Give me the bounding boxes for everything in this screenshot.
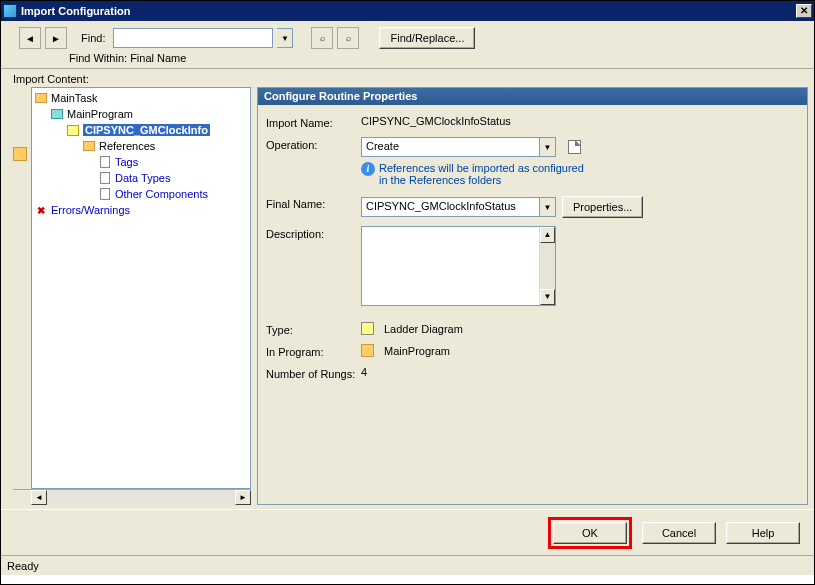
tree-node-maintask[interactable]: MainTask bbox=[34, 90, 248, 106]
tree-label-maintask: MainTask bbox=[51, 92, 97, 104]
left-icon-column bbox=[13, 87, 31, 489]
main-area: Import Content: MainTask MainProgram bbox=[1, 69, 814, 509]
info-message: i References will be imported as configu… bbox=[361, 162, 795, 186]
scroll-right-button[interactable]: ► bbox=[235, 490, 251, 505]
cancel-button[interactable]: Cancel bbox=[642, 522, 716, 544]
tree-label-datatypes: Data Types bbox=[115, 172, 170, 184]
find-next-button[interactable]: ► bbox=[45, 27, 67, 49]
in-program-label: In Program: bbox=[266, 344, 361, 358]
import-name-label: Import Name: bbox=[266, 115, 361, 129]
tree-node-tags[interactable]: Tags bbox=[34, 154, 248, 170]
final-name-value: CIPSYNC_GMClockInfoStatus bbox=[362, 198, 539, 216]
operation-dropdown[interactable]: Create ▼ bbox=[361, 137, 556, 157]
scroll-down-button[interactable]: ▼ bbox=[540, 289, 555, 305]
folder-icon bbox=[35, 93, 47, 103]
textarea-vscrollbar[interactable]: ▲ ▼ bbox=[539, 227, 555, 305]
help-button[interactable]: Help bbox=[726, 522, 800, 544]
find-label: Find: bbox=[81, 32, 105, 44]
tree-hscrollbar[interactable]: ◄ ► bbox=[13, 489, 251, 505]
import-content-label: Import Content: bbox=[13, 73, 251, 85]
operation-label: Operation: bbox=[266, 137, 361, 151]
folder-icon bbox=[83, 141, 95, 151]
search-up-button[interactable]: ⌕ bbox=[311, 27, 333, 49]
titlebar: Import Configuration ✕ bbox=[1, 1, 814, 21]
type-label: Type: bbox=[266, 322, 361, 336]
bottom-bar: OK Cancel Help bbox=[1, 509, 814, 555]
tree-label-routine: CIPSYNC_GMClockInfo bbox=[83, 124, 210, 136]
import-name-value: CIPSYNC_GMClockInfoStatus bbox=[361, 115, 795, 127]
statusbar: Ready bbox=[1, 555, 814, 575]
ok-button[interactable]: OK bbox=[553, 522, 627, 544]
rungs-value: 4 bbox=[361, 366, 795, 378]
tree-label-tags: Tags bbox=[115, 156, 138, 168]
document-icon bbox=[100, 172, 110, 184]
find-replace-button[interactable]: Find/Replace... bbox=[379, 27, 475, 49]
info-text: References will be imported as configure… bbox=[379, 162, 589, 186]
document-icon bbox=[100, 156, 110, 168]
toolbar: ◄ ► Find: ▼ ⌕ ⌕ Find/Replace... Find Wit… bbox=[1, 21, 814, 69]
scroll-up-button[interactable]: ▲ bbox=[540, 227, 555, 243]
properties-panel: Configure Routine Properties Import Name… bbox=[257, 87, 808, 505]
find-within-label: Find Within: Final Name bbox=[69, 52, 806, 64]
error-icon: ✖ bbox=[34, 203, 48, 217]
tree-node-mainprogram[interactable]: MainProgram bbox=[34, 106, 248, 122]
in-program-value: MainProgram bbox=[384, 345, 450, 357]
type-value: Ladder Diagram bbox=[384, 323, 463, 335]
search-down-button[interactable]: ⌕ bbox=[337, 27, 359, 49]
routine-icon bbox=[67, 125, 79, 136]
tree-label-errors: Errors/Warnings bbox=[51, 204, 130, 216]
new-doc-icon[interactable] bbox=[568, 140, 581, 154]
ladder-icon bbox=[361, 322, 374, 335]
program-icon bbox=[361, 344, 374, 357]
info-icon: i bbox=[361, 162, 375, 176]
scroll-track[interactable] bbox=[47, 490, 235, 505]
tree-label-mainprogram: MainProgram bbox=[67, 108, 133, 120]
left-pane: Import Content: MainTask MainProgram bbox=[1, 69, 255, 509]
tree-node-references[interactable]: References bbox=[34, 138, 248, 154]
rungs-label: Number of Rungs: bbox=[266, 366, 361, 380]
close-button[interactable]: ✕ bbox=[796, 4, 812, 18]
tree-node-routine[interactable]: CIPSYNC_GMClockInfo bbox=[34, 122, 248, 138]
chevron-down-icon[interactable]: ▼ bbox=[539, 198, 555, 216]
find-input[interactable] bbox=[113, 28, 273, 48]
final-name-label: Final Name: bbox=[266, 196, 361, 210]
tree-label-othercomponents: Other Components bbox=[115, 188, 208, 200]
tree-node-othercomponents[interactable]: Other Components bbox=[34, 186, 248, 202]
ok-highlight: OK bbox=[548, 517, 632, 549]
find-dropdown-button[interactable]: ▼ bbox=[277, 28, 293, 48]
tree-label-references: References bbox=[99, 140, 155, 152]
properties-button[interactable]: Properties... bbox=[562, 196, 643, 218]
find-prev-button[interactable]: ◄ bbox=[19, 27, 41, 49]
right-pane: Configure Routine Properties Import Name… bbox=[255, 69, 814, 509]
chevron-down-icon[interactable]: ▼ bbox=[539, 138, 555, 156]
scroll-left-button[interactable]: ◄ bbox=[31, 490, 47, 505]
app-icon bbox=[3, 4, 17, 18]
final-name-dropdown[interactable]: CIPSYNC_GMClockInfoStatus ▼ bbox=[361, 197, 556, 217]
operation-value: Create bbox=[362, 138, 539, 156]
document-icon bbox=[100, 188, 110, 200]
left-side-icon bbox=[13, 147, 27, 161]
panel-header: Configure Routine Properties bbox=[258, 88, 807, 105]
tree-node-datatypes[interactable]: Data Types bbox=[34, 170, 248, 186]
program-icon bbox=[51, 109, 63, 119]
tree-container[interactable]: MainTask MainProgram CIPSYNC_GMClockInfo… bbox=[31, 87, 251, 489]
status-text: Ready bbox=[7, 560, 39, 572]
tree-node-errors[interactable]: ✖ Errors/Warnings bbox=[34, 202, 248, 218]
window-title: Import Configuration bbox=[21, 5, 796, 17]
description-textarea[interactable]: ▲ ▼ bbox=[361, 226, 556, 306]
description-label: Description: bbox=[266, 226, 361, 240]
